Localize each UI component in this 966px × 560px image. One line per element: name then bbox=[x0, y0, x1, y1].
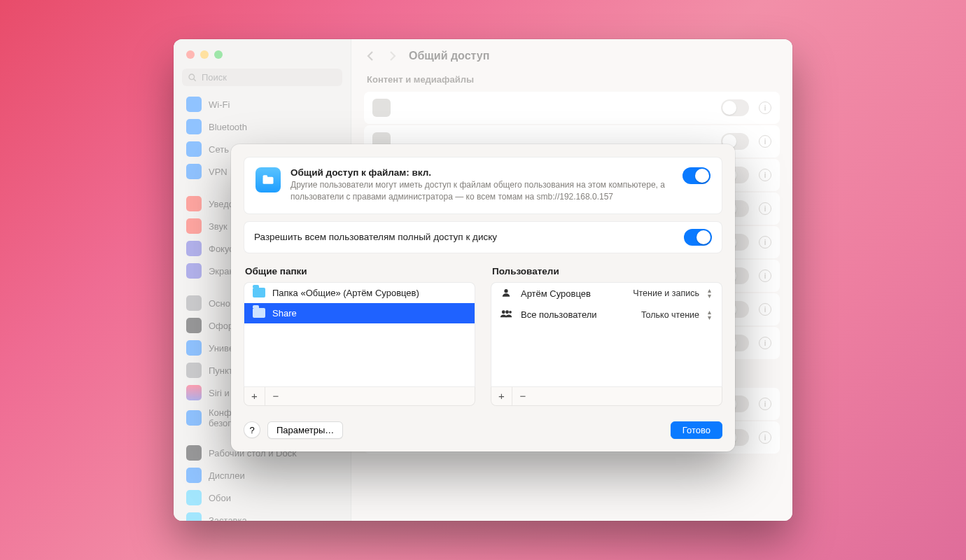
person-icon bbox=[500, 288, 512, 300]
svg-rect-3 bbox=[263, 175, 268, 178]
stepper-icon[interactable]: ▴▾ bbox=[704, 309, 715, 321]
folders-panel: Общие папки Папка «Общие» (Артём Суровце… bbox=[244, 263, 475, 406]
svg-point-6 bbox=[505, 311, 509, 314]
folder-row[interactable]: Папка «Общие» (Артём Суровцев) bbox=[244, 283, 475, 303]
users-addbar: + − bbox=[491, 387, 722, 406]
user-name: Артём Суровцев bbox=[521, 288, 629, 299]
folder-name: Папка «Общие» (Артём Суровцев) bbox=[272, 288, 419, 298]
users-panel: Пользователи Артём СуровцевЧтение и запи… bbox=[491, 263, 722, 406]
stepper-icon[interactable]: ▴▾ bbox=[704, 288, 715, 299]
user-row[interactable]: Все пользователиТолько чтение▴▾ bbox=[491, 304, 722, 326]
file-sharing-title: Общий доступ к файлам: вкл. bbox=[290, 167, 673, 178]
svg-point-4 bbox=[504, 289, 507, 293]
file-sharing-description: Другие пользователи могут иметь доступ к… bbox=[290, 179, 673, 204]
folder-icon bbox=[253, 308, 265, 318]
folders-addbar: + − bbox=[244, 387, 475, 406]
folders-remove-button[interactable]: − bbox=[265, 387, 286, 405]
folders-add-button[interactable]: + bbox=[244, 387, 265, 405]
users-panel-title: Пользователи bbox=[491, 263, 722, 282]
done-button[interactable]: Готово bbox=[671, 421, 722, 439]
sheet-footer: ? Параметры… Готово bbox=[231, 412, 735, 451]
folder-row[interactable]: Share bbox=[244, 303, 475, 323]
fulldisk-row: Разрешить всем пользователям полный дост… bbox=[244, 221, 722, 253]
fulldisk-toggle[interactable] bbox=[684, 229, 712, 246]
user-permission[interactable]: Только чтение bbox=[641, 310, 699, 320]
params-button[interactable]: Параметры… bbox=[267, 421, 343, 439]
folders-listbox[interactable]: Папка «Общие» (Артём Суровцев)Share bbox=[244, 282, 475, 387]
users-listbox[interactable]: Артём СуровцевЧтение и запись▴▾Все польз… bbox=[491, 282, 722, 387]
folder-share-icon bbox=[255, 167, 281, 192]
user-row[interactable]: Артём СуровцевЧтение и запись▴▾ bbox=[491, 283, 722, 304]
group-icon bbox=[500, 309, 512, 320]
user-permission[interactable]: Чтение и запись bbox=[633, 288, 699, 298]
users-add-button[interactable]: + bbox=[491, 387, 512, 405]
svg-point-5 bbox=[502, 311, 505, 314]
file-sharing-toggle[interactable] bbox=[682, 167, 710, 184]
svg-point-7 bbox=[509, 311, 512, 314]
folders-panel-title: Общие папки bbox=[244, 263, 475, 282]
users-remove-button[interactable]: − bbox=[512, 387, 533, 405]
folder-icon bbox=[253, 288, 265, 298]
file-sharing-sheet: Общий доступ к файлам: вкл. Другие польз… bbox=[231, 144, 735, 451]
settings-window: Wi-FiBluetoothСетьVPNУведомленияЗвукФоку… bbox=[174, 39, 792, 521]
user-name: Все пользователи bbox=[521, 309, 637, 320]
fulldisk-label: Разрешить всем пользователям полный дост… bbox=[254, 232, 674, 242]
file-sharing-card: Общий доступ к файлам: вкл. Другие польз… bbox=[244, 157, 722, 214]
help-button[interactable]: ? bbox=[244, 421, 260, 438]
folder-name: Share bbox=[272, 308, 297, 318]
